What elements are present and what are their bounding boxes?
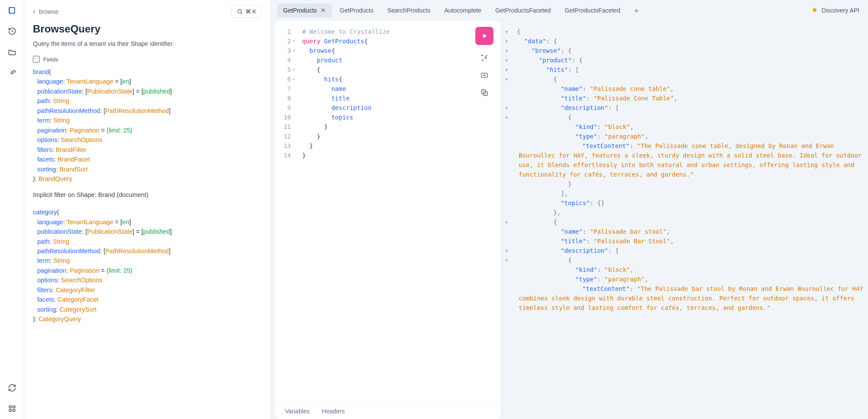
merge-icon[interactable]: [480, 71, 489, 80]
json-line: ▾ "product": {: [512, 55, 864, 65]
json-line: ▾ {: [512, 74, 864, 84]
breadcrumb[interactable]: ‹ browse: [33, 7, 58, 16]
json-line: "type": "paragraph",: [512, 274, 864, 284]
field-signature[interactable]: brand(language: TenantLanguage = [en]pub…: [33, 67, 262, 184]
json-line: ▾ {: [512, 217, 864, 227]
close-icon[interactable]: ✕: [320, 6, 326, 14]
svg-rect-1: [9, 406, 11, 408]
json-line: "textContent": "The Palissade cone table…: [512, 141, 864, 179]
json-line: ▾ "browse": {: [512, 46, 864, 55]
fire-icon: [810, 6, 818, 15]
json-line: ▾ "data": {: [512, 36, 864, 46]
add-tab-button[interactable]: ＋: [628, 3, 645, 18]
nav-rail: [0, 0, 24, 419]
headers-tab[interactable]: Headers: [322, 408, 345, 415]
json-line: "kind": "block",: [512, 265, 864, 274]
history-icon[interactable]: [7, 26, 17, 36]
json-line: "name": "Palissade cone table",: [512, 84, 864, 93]
json-line: "textContent": "The Palissade bar stool …: [512, 284, 864, 313]
brand-label[interactable]: Discovery API: [810, 6, 862, 15]
settings-icon[interactable]: [7, 68, 17, 78]
search-shortcut: ⌘ K: [245, 8, 256, 15]
prettify-icon[interactable]: [480, 54, 489, 62]
brand-text: Discovery API: [822, 7, 859, 14]
json-line: ▾ "hits": [: [512, 65, 864, 74]
fields-section-header: ⬚ Fields: [24, 54, 271, 67]
page-description: Query the items of a tenant via their Sh…: [24, 40, 271, 54]
keyboard-icon[interactable]: [7, 403, 17, 414]
fields-label: Fields: [43, 56, 58, 63]
result-pane[interactable]: ▾{▾ "data": {▾ "browse": {▾ "product": {…: [505, 21, 868, 419]
json-line: },: [512, 208, 864, 217]
tabbar: GetProducts✕GetProductsSearchProductsAut…: [271, 0, 868, 21]
tab[interactable]: GetProducts: [334, 4, 380, 17]
json-line: "type": "paragraph",: [512, 132, 864, 141]
docs-panel: ‹ browse ⌘ K BrowseQuery Query the items…: [24, 0, 271, 419]
search-icon: [237, 9, 243, 15]
tab[interactable]: GetProductsFaceted: [489, 4, 557, 17]
json-line: ▾ "description": [: [512, 103, 864, 113]
tab[interactable]: Autocomplete: [438, 4, 487, 17]
refresh-icon[interactable]: [7, 383, 17, 393]
json-line: "name": "Palissade bar stool",: [512, 227, 864, 236]
variables-tab[interactable]: Variables: [285, 408, 310, 415]
json-line: "topics": {}: [512, 198, 864, 208]
implicit-note: Implicit filter on Shape: Brand (documen…: [33, 190, 262, 200]
run-button[interactable]: [475, 27, 494, 45]
svg-point-0: [11, 72, 13, 74]
fields-list: brand(language: TenantLanguage = [en]pub…: [24, 67, 271, 339]
page-title: BrowseQuery: [24, 20, 271, 40]
svg-rect-2: [13, 406, 15, 408]
field-signature[interactable]: category(language: TenantLanguage = [en]…: [33, 207, 262, 324]
fields-icon: ⬚: [33, 56, 40, 63]
query-editor[interactable]: 1234567891011121314 # Welcome to Crystal…: [275, 21, 500, 419]
svg-point-5: [238, 10, 241, 13]
json-line: }: [512, 179, 864, 189]
search-button[interactable]: ⌘ K: [231, 5, 262, 18]
tab[interactable]: GetProductsFaceted: [558, 4, 626, 17]
json-line: ▾ {: [512, 113, 864, 122]
json-line: ▾ {: [512, 255, 864, 265]
tab[interactable]: SearchProducts: [381, 4, 437, 17]
tab[interactable]: GetProducts✕: [277, 3, 332, 17]
svg-rect-4: [13, 409, 15, 412]
json-line: ▾{: [512, 27, 864, 36]
folder-icon[interactable]: [7, 47, 17, 57]
json-line: "title": "Palissade Bar Stool",: [512, 236, 864, 246]
back-arrow-icon: ‹: [33, 7, 35, 16]
json-line: "title": "Palissade Cone Table",: [512, 93, 864, 103]
breadcrumb-path: browse: [39, 8, 58, 15]
json-line: ▾ "description": [: [512, 246, 864, 255]
main-area: GetProducts✕GetProductsSearchProductsAut…: [271, 0, 868, 419]
json-line: ],: [512, 189, 864, 198]
book-icon[interactable]: [7, 5, 17, 16]
json-line: "kind": "block",: [512, 122, 864, 132]
copy-icon[interactable]: [480, 88, 489, 97]
svg-rect-3: [9, 409, 11, 412]
